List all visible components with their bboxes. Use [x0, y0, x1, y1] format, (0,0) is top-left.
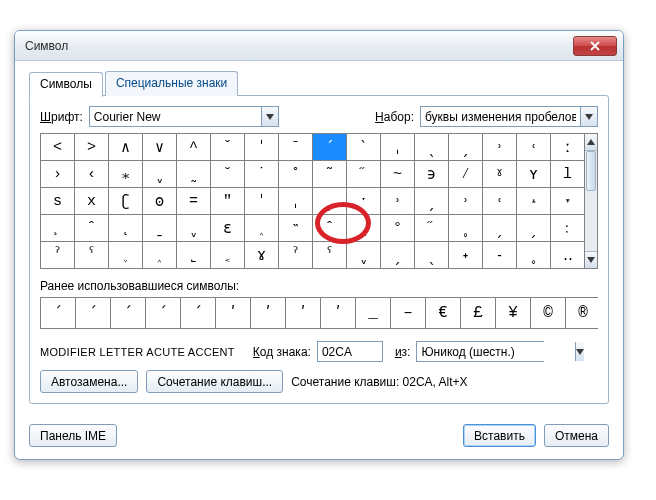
symbol-cell[interactable]: ˆ	[75, 215, 108, 241]
symbol-cell[interactable]: ɤ	[245, 242, 278, 268]
symbol-cell[interactable]: ʘ	[143, 188, 176, 214]
symbol-cell[interactable]: ˏ	[449, 134, 482, 160]
symbol-cell[interactable]: ˳	[517, 242, 550, 268]
symbol-cell[interactable]: ˆ	[313, 215, 346, 241]
symbol-cell[interactable]: ˈ	[245, 188, 278, 214]
symbol-cell[interactable]: ˏ	[483, 215, 516, 241]
symbol-cell[interactable]: ˰	[143, 242, 176, 268]
symbol-cell[interactable]: ˗	[483, 242, 516, 268]
symbol-cell[interactable]: ˏ	[381, 242, 414, 268]
symbol-cell[interactable]: ˑ	[347, 188, 380, 214]
scroll-down-button[interactable]	[585, 251, 597, 268]
symbol-cell[interactable]: ″	[211, 188, 244, 214]
symbol-cell[interactable]: ˒	[483, 134, 516, 160]
symbol-cell[interactable]: ‹	[75, 161, 108, 187]
recent-symbol-cell[interactable]: ʹ	[251, 298, 285, 328]
symbol-cell[interactable]: ː	[551, 134, 584, 160]
recent-symbol-cell[interactable]: ¥	[496, 298, 530, 328]
tab-symbols[interactable]: Символы	[29, 72, 103, 97]
recent-symbol-cell[interactable]: ˊ	[76, 298, 110, 328]
subset-combo-input[interactable]	[421, 107, 580, 126]
recent-symbol-cell[interactable]: ˊ	[41, 298, 75, 328]
symbol-cell[interactable]: ⁎	[109, 161, 142, 187]
symbol-cell[interactable]: ˘	[211, 161, 244, 187]
chevron-down-icon[interactable]	[580, 107, 597, 126]
symbol-cell[interactable]: ˒	[449, 188, 482, 214]
autocorrect-button[interactable]: Автозамена...	[40, 370, 138, 393]
symbol-cell[interactable]: s	[41, 188, 74, 214]
symbol-cell[interactable]: ɛ	[211, 215, 244, 241]
recent-symbol-cell[interactable]: –	[391, 298, 425, 328]
symbol-cell[interactable]: ∨	[143, 134, 176, 160]
symbol-cell[interactable]: ˬ	[347, 242, 380, 268]
scroll-thumb[interactable]	[586, 151, 596, 191]
symbol-cell[interactable]: >	[75, 134, 108, 160]
recent-symbol-cell[interactable]: ʹ	[216, 298, 250, 328]
symbol-cell[interactable]: ∧	[109, 134, 142, 160]
recent-symbol-cell[interactable]: ©	[531, 298, 565, 328]
symbol-cell[interactable]: l	[551, 161, 584, 187]
symbol-cell[interactable]: ˏ	[517, 215, 550, 241]
symbol-cell[interactable]: ˳	[449, 215, 482, 241]
font-combo-input[interactable]	[90, 107, 261, 126]
symbol-cell[interactable]: ʗ	[109, 188, 142, 214]
symbol-cell[interactable]: ˔	[517, 188, 550, 214]
symbol-cell[interactable]: ˛	[109, 215, 142, 241]
symbol-cell[interactable]: ˬ	[143, 161, 176, 187]
from-combo-input[interactable]	[417, 342, 575, 361]
recent-symbol-cell[interactable]: ®	[566, 298, 600, 328]
recent-symbol-cell[interactable]: ʹ	[286, 298, 320, 328]
symbol-cell[interactable]: ˜	[313, 161, 346, 187]
symbol-cell[interactable]: ˏ	[415, 188, 448, 214]
symbol-cell[interactable]: ˕	[551, 188, 584, 214]
recent-symbol-cell[interactable]: £	[461, 298, 495, 328]
recent-symbol-cell[interactable]: ˊ	[111, 298, 145, 328]
symbol-cell[interactable]: ˷	[347, 215, 380, 241]
chevron-down-icon[interactable]	[261, 107, 278, 126]
recent-symbol-cell[interactable]: ʹ	[321, 298, 355, 328]
from-combo[interactable]	[416, 341, 544, 362]
symbol-cell[interactable]: ˁ	[75, 242, 108, 268]
symbol-cell[interactable]: x	[75, 188, 108, 214]
symbol-cell[interactable]: <	[41, 134, 74, 160]
symbol-cell[interactable]: ˯	[109, 242, 142, 268]
symbol-cell[interactable]: ˊ	[313, 134, 346, 160]
tab-special[interactable]: Специальные знаки	[105, 71, 238, 96]
close-button[interactable]	[573, 36, 617, 56]
symbol-cell[interactable]: ˙	[245, 161, 278, 187]
symbol-cell[interactable]: ˏ	[313, 188, 346, 214]
symbol-cell[interactable]: ʏ	[517, 161, 550, 187]
scroll-up-button[interactable]	[585, 134, 597, 151]
recent-symbols-grid[interactable]: ˊˊˊˊˊʹʹʹʹ_–€£¥©®	[40, 297, 598, 329]
symbol-cell[interactable]: =	[177, 188, 210, 214]
symbol-cell[interactable]: ˝	[415, 215, 448, 241]
symbol-cell[interactable]: ˍ	[143, 215, 176, 241]
symbol-cell[interactable]: ˱	[211, 242, 244, 268]
symbol-cell[interactable]: ˷	[177, 161, 210, 187]
symbol-cell[interactable]: ˚	[279, 161, 312, 187]
symbol-cell[interactable]: ˀ	[279, 242, 312, 268]
symbol-cell[interactable]: ˁ	[313, 242, 346, 268]
symbol-cell[interactable]: ~	[381, 161, 414, 187]
symbol-cell[interactable]: ˇ	[211, 134, 244, 160]
symbol-cell[interactable]: ˾	[177, 242, 210, 268]
symbol-cell[interactable]: ¸	[41, 215, 74, 241]
recent-symbol-cell[interactable]: €	[426, 298, 460, 328]
symbol-cell[interactable]: °	[381, 215, 414, 241]
ime-panel-button[interactable]: Панель IME	[29, 424, 117, 447]
symbol-cell[interactable]: ˒	[381, 188, 414, 214]
symbol-cell[interactable]: ˠ	[483, 161, 516, 187]
symbol-cell[interactable]: ϶	[415, 161, 448, 187]
symbol-cell[interactable]: ˉ	[279, 134, 312, 160]
symbol-cell[interactable]: ˖	[449, 242, 482, 268]
subset-combo[interactable]	[420, 106, 598, 127]
symbol-cell[interactable]: ˰	[245, 215, 278, 241]
symbol-cell[interactable]: ˬ	[177, 215, 210, 241]
symbol-cell[interactable]: ˓	[517, 134, 550, 160]
insert-button[interactable]: Вставить	[463, 424, 536, 447]
recent-symbol-cell[interactable]: ˊ	[146, 298, 180, 328]
recent-symbol-cell[interactable]: ˊ	[181, 298, 215, 328]
font-combo[interactable]	[89, 106, 279, 127]
symbol-grid[interactable]: <>∧∨^ˇˈˉˊˋˌˎˏ˒˓ː›‹⁎ˬ˷˘˙˚˜˝~϶⁄ˠʏlsxʗʘ=″ˈˌ…	[40, 133, 585, 269]
shortcut-key-button[interactable]: Сочетание клавиш...	[146, 370, 283, 393]
